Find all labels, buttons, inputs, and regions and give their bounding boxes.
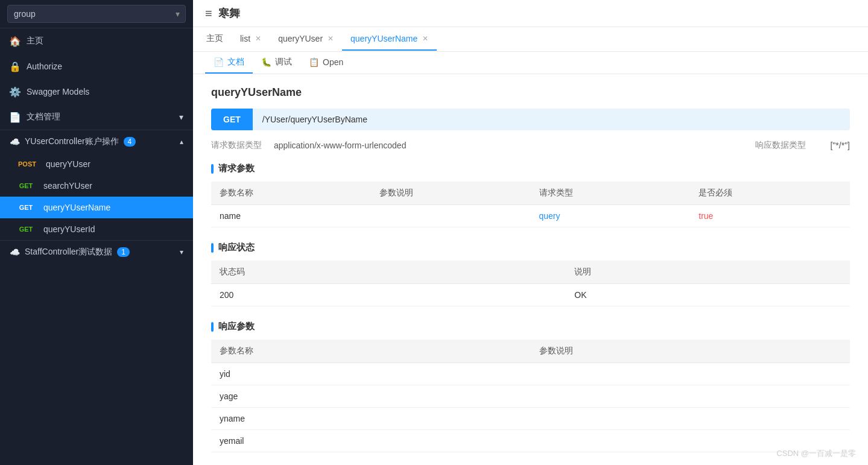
api-name-queryYUserId: queryYUserId [43, 224, 95, 234]
api-item-get-queryYUserId[interactable]: GET queryYUserId [0, 218, 193, 240]
debug-tab-label: 调试 [275, 57, 292, 68]
col-status-code: 状态码 [211, 261, 566, 284]
resp-param-yid-desc [531, 363, 851, 385]
request-params-table: 参数名称 参数说明 请求类型 是否必须 name query true [211, 182, 850, 227]
col-required: 是否必须 [690, 182, 850, 205]
status-desc-cell: OK [566, 284, 850, 306]
method-get-badge-active: GET [14, 203, 37, 212]
doc-icon: 📄 [10, 112, 21, 122]
col-request-type: 请求类型 [531, 182, 691, 205]
param-desc-cell [371, 205, 531, 227]
response-params-title: 响应参数 [211, 321, 850, 332]
staff-controller-header[interactable]: ☁️ StaffController测试数据 1 ▾ [0, 241, 193, 264]
param-type-cell: query [539, 211, 560, 221]
api-name-queryYUserName: queryYUserName [43, 203, 110, 212]
request-type-value: application/x-www-form-urlencoded [274, 141, 406, 150]
doc-debug-bar: 📄 文档 🐛 调试 📋 Open [193, 52, 868, 74]
method-post-badge: POST [14, 159, 40, 169]
response-type-value: ["*/*"] [830, 141, 850, 150]
cloud-icon-2: ☁️ [10, 247, 20, 257]
lock-icon: 🔒 [10, 61, 21, 72]
resp-param-yname-desc [531, 408, 851, 430]
tab-list-label: list [240, 34, 250, 43]
resp-param-yid: yid [211, 363, 531, 385]
tab-queryYUserName-label: queryYUserName [350, 34, 417, 43]
chevron-down-icon: ▾ [179, 112, 183, 122]
status-code-cell: 200 [211, 284, 566, 306]
sidebar-home-label: 主页 [27, 36, 43, 46]
tab-home[interactable]: 主页 [198, 27, 232, 51]
api-item-post-queryYUser[interactable]: POST queryYUser [0, 153, 193, 175]
sidebar-item-home[interactable]: 🏠 主页 [0, 28, 193, 54]
method-get-badge-2: GET [14, 224, 37, 234]
open-tab[interactable]: 📋 Open [300, 52, 352, 73]
response-params-table: 参数名称 参数说明 yid yage [211, 340, 850, 452]
api-item-get-searchYUser[interactable]: GET searchYUser [0, 175, 193, 197]
param-name-cell: name [211, 205, 371, 227]
debug-tab[interactable]: 🐛 调试 [253, 52, 300, 74]
sidebar-item-swagger-models[interactable]: ⚙️ Swagger Models [0, 79, 193, 104]
response-params-section: 响应参数 参数名称 参数说明 yid yag [211, 321, 850, 452]
response-type-container: 响应数据类型 ["*/*"] [418, 140, 850, 151]
doc-tab-label: 文档 [227, 57, 244, 68]
main-area: ≡ 寒舞 主页 list ✕ queryYUser ✕ queryYUserNa… [193, 0, 868, 465]
watermark: CSDN @一百减一是零 [776, 448, 856, 459]
api-meta-row: 请求数据类型 application/x-www-form-urlencoded… [211, 140, 850, 151]
table-row: yid [211, 363, 850, 385]
open-tab-label: Open [323, 57, 343, 67]
main-header: ≡ 寒舞 [193, 0, 868, 27]
group-select[interactable]: group [7, 5, 186, 23]
cloud-icon: ☁️ [10, 137, 20, 147]
staff-controller-label: StaffController测试数据 [25, 247, 112, 258]
resp-param-yemail: yemail [211, 430, 531, 452]
yuser-controller-header[interactable]: ☁️ YUserController账户操作 4 ▴ [0, 130, 193, 153]
table-row: name query true [211, 205, 850, 227]
col-param-name: 参数名称 [211, 182, 371, 205]
sidebar-doc-label: 文档管理 [27, 112, 60, 122]
app-title: 寒舞 [218, 6, 240, 21]
request-params-title: 请求参数 [211, 163, 850, 174]
open-tab-icon: 📋 [309, 57, 319, 67]
sidebar-authorize-label: Authorize [27, 62, 62, 71]
api-method-badge: GET [211, 109, 253, 130]
sidebar-item-authorize[interactable]: 🔒 Authorize [0, 54, 193, 79]
resp-param-yage: yage [211, 385, 531, 408]
home-icon: 🏠 [10, 36, 21, 46]
response-status-title: 响应状态 [211, 242, 850, 253]
request-params-section: 请求参数 参数名称 参数说明 请求类型 是否必须 name [211, 163, 850, 227]
tab-queryYUserName[interactable]: queryYUserName ✕ [342, 28, 437, 51]
api-endpoint-url: /YUser/queryYUserByName [253, 109, 377, 130]
response-type-label: 响应数据类型 [755, 140, 806, 151]
tab-home-label: 主页 [206, 33, 223, 44]
chevron-up-icon: ▴ [180, 138, 183, 146]
content-inner: queryYUserName GET /YUser/queryYUserByNa… [193, 74, 868, 465]
col-resp-param-name: 参数名称 [211, 340, 531, 363]
response-status-section: 响应状态 状态码 说明 200 OK [211, 242, 850, 306]
resp-param-yname: yname [211, 408, 531, 430]
content-area: 📄 文档 🐛 调试 📋 Open queryYUserName GET /YUs… [193, 52, 868, 465]
col-param-desc: 参数说明 [371, 182, 531, 205]
col-status-desc: 说明 [566, 261, 850, 284]
col-resp-param-desc: 参数说明 [531, 340, 851, 363]
tab-list[interactable]: list ✕ [232, 28, 270, 51]
tab-queryYUser-close[interactable]: ✕ [328, 34, 334, 43]
doc-tab-icon: 📄 [214, 57, 224, 67]
sidebar-search: group [0, 0, 193, 28]
tabs-bar: 主页 list ✕ queryYUser ✕ queryYUserName ✕ [193, 27, 868, 52]
yuser-controller-section: ☁️ YUserController账户操作 4 ▴ POST queryYUs… [0, 130, 193, 240]
debug-tab-icon: 🐛 [261, 57, 271, 67]
api-name-searchYUser: searchYUser [43, 181, 92, 191]
method-get-badge: GET [14, 181, 37, 191]
doc-tab[interactable]: 📄 文档 [205, 52, 253, 74]
tab-list-close[interactable]: ✕ [255, 34, 261, 43]
tab-queryYUser[interactable]: queryYUser ✕ [270, 28, 342, 51]
table-row: yname [211, 408, 850, 430]
api-item-get-queryYUserName[interactable]: GET queryYUserName [0, 197, 193, 218]
param-required-cell: true [699, 211, 713, 221]
table-row: yage [211, 385, 850, 408]
tab-queryYUserName-close[interactable]: ✕ [422, 34, 428, 43]
sidebar-item-doc-management[interactable]: 📄 文档管理 ▾ [0, 104, 193, 130]
response-status-table: 状态码 说明 200 OK [211, 261, 850, 306]
menu-icon: ≡ [205, 7, 212, 21]
request-type-label: 请求数据类型 [211, 140, 262, 151]
